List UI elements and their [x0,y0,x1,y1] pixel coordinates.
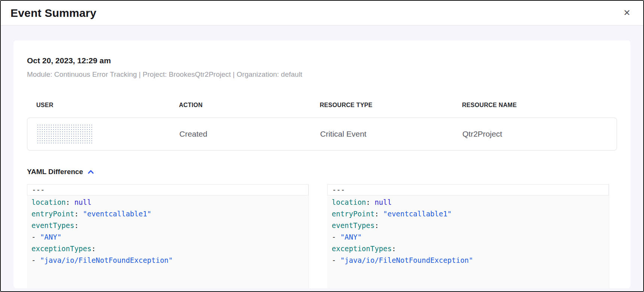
resource-type-cell: Critical Event [320,130,462,139]
event-meta: Module: Continuous Error Tracking | Proj… [27,70,617,79]
yaml-panel-right-code: location: nullentryPoint: "eventcallable… [327,195,609,271]
user-cell [37,124,179,144]
code-line: entryPoint: "eventcallable1" [31,208,304,220]
code-line: location: null [31,197,304,208]
yaml-panel-left-topbar: --- [27,184,309,195]
code-line: entryPoint: "eventcallable1" [332,208,604,220]
close-button[interactable]: ✕ [622,7,632,19]
code-line: exceptionTypes: [31,243,304,255]
column-header-resource-name: RESOURCE NAME [462,102,617,109]
yaml-diff-panels: --- location: nullentryPoint: "eventcall… [27,184,617,288]
code-line: - "ANY" [31,231,304,243]
action-cell: Created [179,130,320,139]
yaml-diff-panel-left: --- location: nullentryPoint: "eventcall… [27,184,317,288]
event-summary-modal: Event Summary ✕ Oct 20, 2023, 12:29 am M… [0,0,644,292]
scrollbar-track[interactable] [309,184,317,288]
collapse-toggle-button[interactable] [87,169,95,175]
code-line: exceptionTypes: [332,243,604,255]
column-header-resource-type: RESOURCE TYPE [320,102,462,109]
modal-body: Oct 20, 2023, 12:29 am Module: Continuou… [1,25,643,291]
code-line: eventTypes: [332,220,604,231]
yaml-panel-left-code: location: nullentryPoint: "eventcallable… [27,195,309,271]
column-header-user: USER [36,102,179,109]
modal-header: Event Summary ✕ [1,1,643,25]
scrollbar-track[interactable] [609,184,617,288]
close-icon: ✕ [623,8,631,18]
yaml-panel-right-topbar: --- [327,184,609,195]
column-header-action: ACTION [179,102,320,109]
code-line: - "java/io/FileNotFoundException" [31,255,304,266]
table-row: Created Critical Event Qtr2Project [27,118,617,150]
modal-title: Event Summary [10,7,96,19]
yaml-difference-section-header: YAML Difference [27,168,617,176]
yaml-diff-panel-right: --- location: nullentryPoint: "eventcall… [327,184,617,288]
user-redacted-blur [37,124,94,144]
yaml-difference-label: YAML Difference [27,168,83,176]
code-line: - "ANY" [332,231,604,243]
event-card: Oct 20, 2023, 12:29 am Module: Continuou… [13,40,631,288]
chevron-up-icon [88,170,94,174]
event-timestamp: Oct 20, 2023, 12:29 am [27,56,617,65]
code-line: --- [32,184,45,196]
table-header-row: USER ACTION RESOURCE TYPE RESOURCE NAME [27,102,617,109]
code-line: location: null [332,197,604,208]
resource-name-cell: Qtr2Project [462,130,617,139]
code-line: - "java/io/FileNotFoundException" [332,255,604,266]
code-line: eventTypes: [31,220,304,231]
code-line: --- [332,184,345,196]
